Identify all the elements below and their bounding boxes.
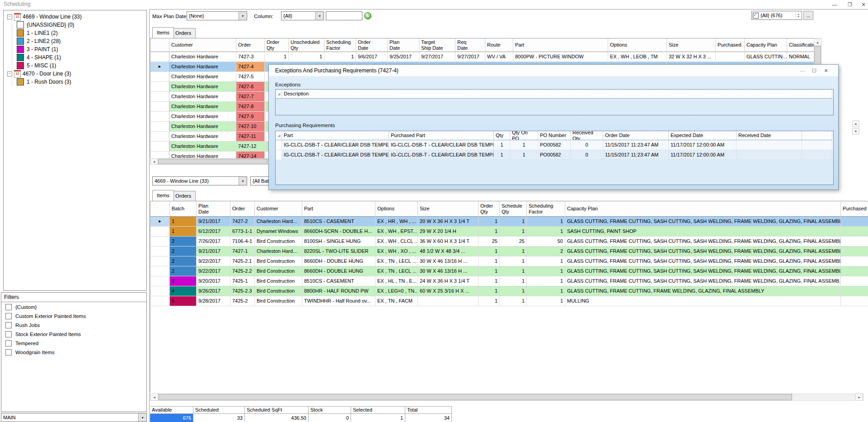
batch-item-row[interactable]: 39/20/20177425-1Bird Construction8510CS … — [150, 276, 868, 286]
filter-checkbox-item[interactable]: Woodgrain Items — [1, 348, 146, 356]
table-cell[interactable]: Charleston Hardware — [169, 112, 236, 122]
table-cell[interactable]: 1 — [479, 296, 500, 306]
bottom-horizontal-scrollbar[interactable]: ◄ ► — [150, 394, 863, 401]
column-header[interactable]: Qty On PO — [510, 131, 538, 140]
table-cell[interactable]: 6773-1-1 — [230, 227, 255, 237]
checkbox-icon[interactable] — [5, 304, 12, 310]
table-cell[interactable]: 7427-12 — [236, 142, 265, 152]
table-cell[interactable]: 11/15/2017 11:23:47 AM — [603, 140, 669, 150]
table-cell[interactable]: Dynamet Windows — [255, 227, 302, 237]
table-cell[interactable] — [276, 150, 282, 160]
all-filter-checkbox[interactable] — [753, 13, 759, 19]
table-cell[interactable]: Charleston Hardware — [169, 122, 236, 132]
column-header[interactable]: Size — [418, 201, 479, 217]
table-cell[interactable] — [841, 276, 868, 286]
tree-node[interactable]: −124669 - Window Line (33) — [5, 13, 145, 21]
table-cell[interactable]: PO00582 — [538, 140, 571, 150]
max-plan-date-select[interactable]: {None} ▼ — [187, 11, 247, 20]
table-cell[interactable]: 9/26/2017 — [197, 286, 230, 296]
column-header[interactable]: Received Qty — [571, 131, 603, 140]
table-cell[interactable] — [150, 227, 170, 237]
column-header[interactable]: Order — [230, 201, 255, 217]
table-cell[interactable] — [150, 237, 170, 247]
table-cell[interactable]: 8660DH-SCRN - DOUBLE H... — [302, 227, 375, 237]
table-cell[interactable]: 1 — [289, 52, 324, 62]
tree-leaf-label[interactable]: 1 - LINE1 (2) — [27, 29, 58, 37]
tree-leaf[interactable]: 1 - Rush Doors (3) — [14, 78, 145, 86]
batch-item-row[interactable]: 29/22/20177425-2.2Bird Construction8660D… — [150, 266, 868, 276]
close-icon[interactable]: ✕ — [859, 1, 868, 8]
batch-item-row[interactable]: 16/12/20176773-1-1Dynamet Windows8660DH-… — [150, 227, 868, 237]
table-cell[interactable]: EX , WH , XO , ... — [375, 247, 418, 256]
collapse-icon[interactable]: − — [7, 14, 12, 19]
tree-leaf-label[interactable]: 4 - SHAPE (1) — [27, 53, 61, 62]
table-cell[interactable] — [737, 150, 802, 160]
table-cell[interactable]: 1 — [494, 150, 510, 160]
table-cell[interactable]: EX , WH , EPST... — [375, 227, 418, 237]
table-cell[interactable]: GLASS CUTTING, FRAME CUTTING, SASH CUTTI… — [565, 266, 841, 276]
column-header[interactable]: Order Date — [603, 131, 669, 140]
table-cell[interactable]: 1 — [479, 276, 500, 286]
table-cell[interactable]: Charleston Hard... — [255, 247, 302, 256]
table-cell[interactable]: 1 — [500, 266, 527, 276]
column-header[interactable]: ◢ — [276, 131, 282, 140]
column-header[interactable]: Part — [282, 131, 389, 140]
batch-item-row[interactable]: 29/21/20177427-1Charleston Hard...8220SL… — [150, 247, 868, 256]
table-cell[interactable]: EX , LEG=0 , TN... — [375, 286, 418, 296]
table-cell[interactable]: 7427-4 — [236, 62, 265, 72]
column-header[interactable]: Order Date — [356, 38, 388, 52]
tree-node-label[interactable]: 4669 - Window Line (33) — [23, 13, 82, 21]
table-cell[interactable]: 11/17/2017 12:00:00 AM — [669, 140, 737, 150]
table-cell[interactable]: 30 W X 46 13/16 H ... — [418, 266, 479, 276]
column-header[interactable]: Unscheduled Qty — [289, 38, 324, 52]
tree-leaf[interactable]: 4 - SHAPE (1) — [14, 53, 145, 62]
table-cell[interactable]: 1 — [527, 266, 565, 276]
column-header[interactable]: Schedule Qty — [500, 201, 527, 217]
table-cell[interactable]: 1 — [500, 247, 527, 256]
batch-color-cell[interactable]: 3 — [170, 276, 197, 286]
table-cell[interactable]: Charleston Hardware — [169, 132, 236, 142]
column-header[interactable]: Description — [282, 90, 832, 99]
column-select[interactable]: {All} ▼ — [281, 11, 324, 20]
scroll-down-icon[interactable]: ▼ — [852, 128, 859, 135]
scrollbar-thumb[interactable] — [158, 159, 267, 164]
tab-orders-bottom[interactable]: Orders — [171, 191, 196, 201]
column-header[interactable]: Part — [513, 38, 608, 52]
purchasing-row[interactable]: IG-CLCL-DSB-T - CLEAR/CLEAR DSB TEMPERED… — [276, 140, 833, 150]
batch-item-row[interactable]: 29/22/20177425-2.1Bird Construction8660D… — [150, 256, 868, 266]
table-cell[interactable]: 8000PW - PICTURE WINDOW — [513, 52, 608, 62]
table-cell[interactable]: 1 — [527, 296, 565, 306]
batch-item-row[interactable]: 27/26/20177106-4-1Bird Construction8100S… — [150, 237, 868, 247]
table-cell[interactable]: GLASS CUTTING, FRAME CUTTING, SASH CUTTI… — [565, 237, 841, 247]
batch-color-cell[interactable]: 1 — [170, 227, 197, 237]
tree-leaf[interactable]: {UNASSIGNED} (0) — [14, 21, 145, 29]
checkbox-icon[interactable] — [5, 331, 12, 337]
column-header[interactable]: Qty — [494, 131, 510, 140]
table-cell[interactable]: Charleston Hardware — [169, 52, 236, 62]
table-cell[interactable]: 50 — [527, 237, 565, 247]
spinner-icon[interactable]: ▲▼ — [796, 13, 801, 18]
tree-leaf-label[interactable]: 3 - PAINT (1) — [27, 45, 58, 53]
table-cell[interactable]: GLASS CUTTIN... — [745, 52, 787, 62]
apply-filter-icon[interactable]: ↻ — [364, 12, 371, 19]
table-cell[interactable]: 9/27/2017 — [419, 52, 455, 62]
scroll-left-icon[interactable]: ◄ — [150, 394, 158, 401]
table-cell[interactable]: 9/21/2017 — [197, 217, 230, 227]
table-cell[interactable]: 9/6/2017 — [356, 52, 388, 62]
table-cell[interactable] — [150, 247, 170, 256]
table-cell[interactable]: 7427-14 — [236, 152, 265, 158]
table-cell[interactable] — [841, 227, 868, 237]
batch-color-cell[interactable]: 2 — [170, 256, 197, 266]
table-cell[interactable]: TWINDHHR - Half Round ov... — [302, 296, 375, 306]
column-header[interactable]: Purchased — [841, 201, 868, 217]
table-cell[interactable]: 30 W X 46 13/16 H ... — [418, 256, 479, 266]
table-cell[interactable]: 24 W X 36 H X 3 1/4 T — [418, 276, 479, 286]
table-cell[interactable] — [150, 142, 169, 152]
table-cell[interactable] — [841, 266, 868, 276]
table-cell[interactable] — [841, 286, 868, 296]
table-cell[interactable]: WV / VA — [485, 52, 513, 62]
table-cell[interactable] — [150, 52, 169, 62]
table-cell[interactable]: Charleston Hard... — [255, 217, 302, 227]
table-cell[interactable]: 1 — [500, 227, 527, 237]
tab-orders-top[interactable]: Orders — [171, 28, 196, 38]
